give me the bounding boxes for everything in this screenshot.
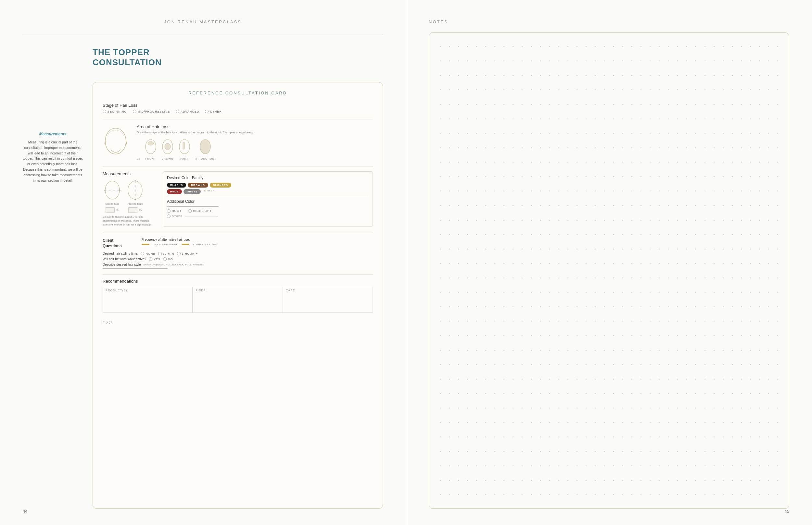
sts-input[interactable] [105,207,115,212]
dot [509,444,518,459]
svg-point-4 [165,144,171,150]
dot [572,213,582,227]
dot [646,242,654,256]
active-no[interactable]: NO [163,257,173,261]
dot [746,328,755,343]
stage-beginning[interactable]: BEGINNING [103,110,127,113]
radio-advanced[interactable] [176,110,179,113]
dot [737,111,746,126]
dot [709,184,719,198]
dot [591,111,600,126]
dot [646,415,654,430]
stage-advanced[interactable]: ADVANCED [176,110,199,113]
color-highlight[interactable]: HIGHLIGHT [188,209,212,213]
radio-mid[interactable] [133,110,136,113]
dot [600,227,609,242]
dot [737,184,746,198]
dot [709,401,719,415]
dot [682,126,691,140]
dot [600,126,609,140]
dot [655,314,664,329]
dot [481,140,491,155]
dot [737,126,746,140]
dot [673,54,682,69]
dot [436,387,445,401]
dot [618,155,627,170]
dot [472,126,481,140]
dot [472,213,481,227]
dot [563,97,572,111]
dot [563,343,572,358]
chip-blacks[interactable]: BLACKS [167,183,186,188]
chip-reds[interactable]: REDS [167,189,182,194]
dot [472,54,481,69]
dot [636,97,646,111]
dot [618,444,627,459]
dot [627,184,636,198]
dot [746,444,755,459]
dot [509,328,518,343]
dot [673,271,682,285]
dot [627,68,636,83]
dot [673,83,682,97]
dot [554,227,563,242]
dot [636,328,646,343]
color-root[interactable]: ROOT [167,209,182,213]
ftb-input[interactable] [128,207,137,212]
dot [646,256,654,271]
dot [454,473,463,488]
radio-highlight[interactable] [188,209,192,213]
active-yes[interactable]: YES [149,257,160,261]
dot [673,227,682,242]
dot [509,169,518,184]
page-number-right: 45 [785,509,789,514]
styling-30min[interactable]: 30 MIN [158,252,174,255]
dot [664,140,673,155]
dot [436,155,445,170]
chip-blondes[interactable]: BLONDES [210,183,231,188]
dot [673,97,682,111]
dot [491,242,499,256]
dot [719,271,727,285]
dot [719,111,727,126]
dot [655,357,664,372]
dot [572,285,582,300]
dot [727,256,737,271]
dot [764,126,773,140]
dot [481,285,491,300]
dot [436,97,445,111]
dot [572,198,582,213]
radio-beginning[interactable] [103,110,106,113]
dot [445,140,454,155]
dot [518,242,527,256]
dot [773,328,782,343]
chip-greys[interactable]: GREYS [184,189,201,194]
radio-root[interactable] [167,209,171,213]
dot [436,242,445,256]
stage-mid[interactable]: MID/PROGRESSIVE [133,110,170,113]
styling-none[interactable]: NONE [141,252,155,255]
dot [609,372,618,387]
stage-other[interactable]: OTHER [205,110,222,113]
radio-other[interactable] [205,110,208,113]
color-other-option[interactable]: OTHER [167,214,369,218]
radio-other-color[interactable] [167,214,171,218]
dot [545,444,554,459]
dot [618,415,627,430]
dot [709,487,719,502]
cq-title: Client Questions [103,238,135,249]
dot [554,328,563,343]
dot [445,83,454,97]
dot [445,328,454,343]
dot [591,83,600,97]
dot [572,54,582,69]
dot [554,39,563,54]
dot [518,459,527,473]
dot [673,372,682,387]
dot [454,198,463,213]
dot [764,487,773,502]
styling-1hour[interactable]: 1 HOUR + [177,252,198,255]
dot [600,285,609,300]
chip-browns[interactable]: BROWNS [188,183,208,188]
dot [646,169,654,184]
